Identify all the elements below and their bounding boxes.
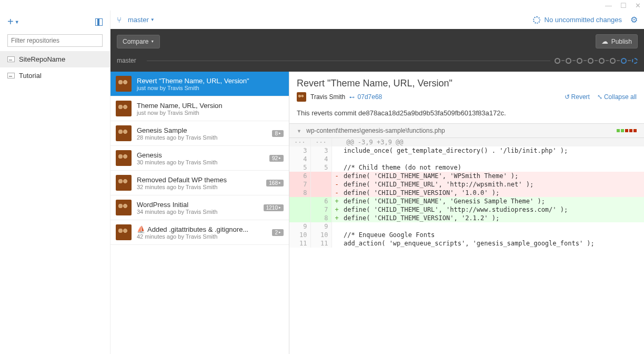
file-count-badge: 2▸ bbox=[272, 229, 284, 236]
repo-name: SiteRepoName bbox=[19, 55, 65, 63]
gear-icon[interactable]: ⚙ bbox=[630, 15, 638, 25]
diff-line: 7- define( 'CHILD_THEME_URL', 'http://wp… bbox=[289, 180, 644, 189]
diff-line: 33 include_once( get_template_directory(… bbox=[289, 146, 644, 155]
commit-meta: 32 minutes ago by Travis Smith bbox=[137, 184, 261, 190]
commit-list-item[interactable]: WordPress Initial34 minutes ago by Travi… bbox=[110, 195, 289, 220]
cloud-upload-icon: ☁ bbox=[601, 37, 608, 45]
author-avatar bbox=[116, 224, 132, 240]
diff-line: 55 //* Child theme (do not remove) bbox=[289, 163, 644, 172]
author-avatar bbox=[116, 76, 132, 92]
diff-file-path: wp-content\themes\genesis-sample\functio… bbox=[306, 127, 445, 134]
collapse-all-button[interactable]: ⤡ Collapse all bbox=[597, 93, 637, 101]
diff-line: 8- define( 'CHILD_THEME_VERSION', '1.0.0… bbox=[289, 189, 644, 197]
author-name: Travis Smith bbox=[310, 93, 345, 101]
commit-title: Revert "Theme Name, URL, Version" bbox=[137, 77, 284, 85]
commit-title: ⛵Added .gitattributes & .gitignore... bbox=[137, 225, 267, 233]
commit-title: Theme Name, URL, Version bbox=[137, 102, 284, 110]
author-avatar bbox=[297, 92, 306, 102]
branch-icon[interactable]: ⑂ bbox=[117, 15, 122, 24]
sync-icon bbox=[533, 16, 540, 24]
commit-message: This reverts commit de878aca18d25a9bd9b5… bbox=[289, 107, 644, 123]
timeline-commit-dot[interactable] bbox=[555, 58, 560, 64]
triangle-down-icon: ▼ bbox=[297, 129, 301, 134]
commit-meta: 34 minutes ago by Travis Smith bbox=[137, 209, 258, 215]
commit-icon: ⊷ bbox=[349, 94, 355, 100]
file-count-badge: 8▸ bbox=[272, 130, 284, 137]
file-count-badge: 168▸ bbox=[266, 180, 284, 186]
commit-list-item[interactable]: Genesis Sample28 minutes ago by Travis S… bbox=[110, 121, 289, 146]
commit-title: Genesis bbox=[137, 151, 264, 159]
diff-view: ······ @@ -3,9 +3,9 @@33 include_once( g… bbox=[289, 138, 644, 248]
minimize-button[interactable]: — bbox=[605, 2, 612, 9]
timeline-commit-dot[interactable] bbox=[610, 58, 616, 64]
commit-list-item[interactable]: Genesis30 minutes ago by Travis Smith92▸ bbox=[110, 146, 289, 171]
commit-title: Genesis Sample bbox=[137, 126, 267, 134]
revert-button[interactable]: ↺ Revert bbox=[565, 93, 590, 101]
action-bar: Compare ▼ ☁ Publish bbox=[110, 29, 644, 54]
repo-sidebar: + ▼ SiteRepoNameTutorial bbox=[0, 11, 110, 354]
commit-sha[interactable]: ⊷ 07d7e68 bbox=[349, 93, 382, 101]
repo-icon bbox=[7, 73, 15, 78]
close-button[interactable]: ✕ bbox=[635, 2, 641, 9]
timeline-commit-dot[interactable] bbox=[632, 58, 638, 64]
toggle-panel-icon[interactable] bbox=[95, 18, 103, 26]
commit-title: Removed Default WP themes bbox=[137, 176, 261, 184]
timeline-commit-dot[interactable] bbox=[566, 58, 571, 64]
caret-down-icon: ▼ bbox=[150, 40, 154, 43]
diff-file-header[interactable]: ▼ wp-content\themes\genesis-sample\funct… bbox=[289, 123, 644, 138]
commit-meta: 30 minutes ago by Travis Smith bbox=[137, 159, 264, 165]
author-avatar bbox=[116, 175, 132, 191]
author-avatar bbox=[116, 125, 132, 141]
timeline-branch-label: master bbox=[117, 57, 136, 64]
maximize-button[interactable]: ☐ bbox=[620, 2, 627, 9]
commit-detail-pane: Revert "Theme Name, URL, Version" Travis… bbox=[289, 72, 644, 354]
file-count-badge: 92▸ bbox=[269, 155, 284, 162]
commit-meta: just now by Travis Smith bbox=[137, 85, 284, 91]
commit-meta: 42 minutes ago by Travis Smith bbox=[137, 233, 267, 240]
commit-list-item[interactable]: Theme Name, URL, Versionjust now by Trav… bbox=[110, 96, 289, 121]
commit-list-item[interactable]: Revert "Theme Name, URL, Version"just no… bbox=[110, 72, 289, 96]
undo-icon: ↺ bbox=[565, 93, 570, 101]
diff-line: 7+ define( 'CHILD_THEME_URL', 'http://ww… bbox=[289, 205, 644, 214]
add-repo-button[interactable]: + ▼ bbox=[7, 16, 19, 28]
repo-item[interactable]: SiteRepoName bbox=[0, 51, 110, 67]
diff-line: 8+ define( 'CHILD_THEME_VERSION', '2.1.2… bbox=[289, 214, 644, 222]
diff-line: 1010 //* Enqueue Google Fonts bbox=[289, 231, 644, 239]
repo-item[interactable]: Tutorial bbox=[0, 67, 110, 84]
commit-meta: just now by Travis Smith bbox=[137, 110, 284, 116]
diff-stat-indicator bbox=[617, 129, 637, 132]
branch-selector[interactable]: master ▼ bbox=[128, 16, 155, 24]
compare-button[interactable]: Compare ▼ bbox=[117, 35, 160, 48]
plus-icon: + bbox=[7, 16, 14, 28]
commit-list-item[interactable]: ⛵Added .gitattributes & .gitignore...42 … bbox=[110, 220, 289, 245]
collapse-icon: ⤡ bbox=[597, 93, 602, 101]
diff-line: 6- define( 'CHILD_THEME_NAME', 'WPSmith … bbox=[289, 172, 644, 180]
caret-down-icon: ▼ bbox=[150, 17, 155, 22]
commit-detail-title: Revert "Theme Name, URL, Version" bbox=[297, 78, 637, 89]
publish-button[interactable]: ☁ Publish bbox=[596, 34, 638, 48]
diff-line: 99 bbox=[289, 222, 644, 231]
diff-line: 44 bbox=[289, 155, 644, 163]
timeline-commit-dot[interactable] bbox=[588, 58, 593, 64]
commit-list-item[interactable]: Removed Default WP themes32 minutes ago … bbox=[110, 171, 289, 195]
commit-title: WordPress Initial bbox=[137, 201, 258, 209]
timeline-commit-dot[interactable] bbox=[577, 58, 582, 64]
timeline-commit-dot[interactable] bbox=[599, 58, 605, 64]
caret-down-icon: ▼ bbox=[15, 19, 19, 25]
sync-status[interactable]: No uncommitted changes bbox=[533, 16, 622, 24]
diff-line: 6+ define( 'CHILD_THEME_NAME', 'Genesis … bbox=[289, 197, 644, 205]
diff-line: 1111 add_action( 'wp_enqueue_scripts', '… bbox=[289, 239, 644, 248]
author-avatar bbox=[116, 200, 132, 215]
file-count-badge: 1210▸ bbox=[264, 204, 284, 211]
author-avatar bbox=[116, 150, 132, 166]
timeline-commit-dot[interactable] bbox=[621, 58, 627, 64]
commit-timeline: master bbox=[110, 54, 644, 72]
repo-name: Tutorial bbox=[19, 72, 42, 80]
window-titlebar: — ☐ ✕ bbox=[0, 0, 644, 11]
repo-icon bbox=[7, 56, 15, 62]
repo-filter-input[interactable] bbox=[7, 34, 103, 47]
commit-list[interactable]: Revert "Theme Name, URL, Version"just no… bbox=[110, 72, 289, 354]
author-avatar bbox=[116, 101, 132, 116]
commit-meta: 28 minutes ago by Travis Smith bbox=[137, 134, 267, 141]
top-toolbar: ⑂ master ▼ No uncommitted changes ⚙ bbox=[110, 11, 644, 29]
